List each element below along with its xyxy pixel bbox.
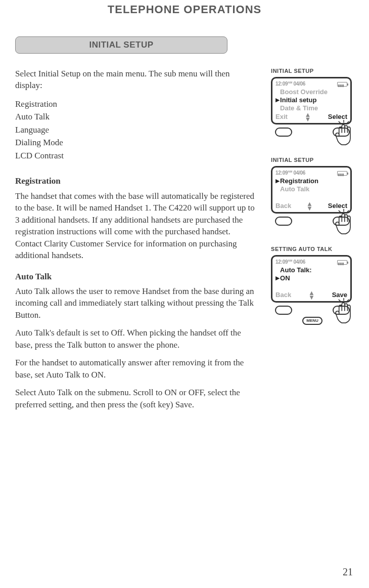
press-hand-icon	[334, 119, 354, 146]
screen-title: INITIAL SETUP	[271, 157, 354, 163]
page-number: 21	[343, 566, 353, 578]
screen-title: SETTING AUTO TALK	[271, 246, 354, 252]
section-tab: INITIAL SETUP	[15, 36, 227, 54]
autotalk-p4: Select Auto Talk on the submenu. Scroll …	[15, 387, 259, 410]
pointer-icon: ▶	[275, 97, 280, 103]
hardware-buttons	[271, 214, 354, 226]
autotalk-p3: For the handset to automatically answer …	[15, 357, 259, 381]
menu-button[interactable]: MENU	[302, 317, 322, 325]
autotalk-p2: Auto Talk's default is set to Off. When …	[15, 327, 259, 351]
lcd-menu-item: Auto Talk:	[275, 266, 347, 274]
lcd-menu-label: ON	[280, 274, 290, 282]
screen-diagrams: INITIAL SETUP12:09AM 04/06Boost Override…	[271, 68, 354, 416]
lcd-menu-item: Date & Time	[275, 104, 347, 112]
registration-heading: Registration	[15, 175, 259, 187]
submenu-list: Registration Auto Talk Language Dialing …	[15, 98, 259, 162]
lcd-screen-block: SETTING AUTO TALK12:09AM 04/06Auto Talk:…	[271, 246, 354, 325]
lcd-menu-lines: Auto Talk:▶ON	[275, 266, 347, 290]
lcd-menu-label: Date & Time	[280, 104, 318, 112]
lcd-time: 12:09AM 04/06	[275, 81, 305, 87]
pointer-icon: ▶	[275, 178, 280, 184]
registration-body: The handset that comes with the base wil…	[15, 190, 259, 262]
autotalk-heading: Auto Talk	[15, 271, 259, 282]
lcd-time: 12:09AM 04/06	[275, 170, 305, 176]
list-item: Auto Talk	[15, 110, 259, 123]
lcd-display: 12:09AM 04/06Auto Talk:▶ON Back▲▼Save	[271, 255, 352, 303]
left-soft-button[interactable]	[275, 217, 292, 226]
battery-icon	[337, 260, 347, 265]
lcd-menu-label: Initial setup	[280, 96, 316, 104]
lcd-menu-label	[280, 282, 282, 290]
left-soft-button[interactable]	[275, 128, 292, 137]
battery-icon	[337, 82, 347, 87]
hardware-buttons	[271, 303, 354, 315]
up-down-icon: ▲▼	[308, 290, 315, 300]
lcd-screen-block: INITIAL SETUP12:09AM 04/06▶RegistrationA…	[271, 157, 354, 226]
lcd-menu-label: Auto Talk:	[280, 266, 312, 274]
body-text: Select Initial Setup on the main menu. T…	[15, 68, 259, 416]
lcd-status-bar: 12:09AM 04/06	[275, 259, 347, 266]
hardware-buttons	[271, 124, 354, 137]
screen-title: INITIAL SETUP	[271, 68, 354, 74]
lcd-status-bar: 12:09AM 04/06	[275, 170, 347, 177]
left-softkey-label: Back	[275, 202, 291, 209]
lcd-menu-label	[280, 193, 282, 201]
left-soft-button[interactable]	[275, 306, 292, 315]
lcd-menu-lines: Boost Override▶Initial setupDate & Time	[275, 88, 347, 112]
left-softkey-label: Exit	[275, 113, 288, 120]
lcd-screen-block: INITIAL SETUP12:09AM 04/06Boost Override…	[271, 68, 354, 137]
page-title: TELEPHONE OPERATIONS	[15, 0, 354, 16]
lcd-menu-label: Auto Talk	[280, 185, 309, 193]
list-item: Registration	[15, 98, 259, 111]
lcd-menu-item: Boost Override	[275, 88, 347, 96]
left-softkey-label: Back	[275, 291, 291, 299]
intro-paragraph: Select Initial Setup on the main menu. T…	[15, 68, 259, 92]
lcd-menu-label: Boost Override	[280, 88, 328, 96]
pointer-icon: ▶	[275, 275, 280, 281]
list-item: Language	[15, 123, 259, 137]
lcd-menu-label: Registration	[280, 177, 318, 185]
lcd-menu-item: ▶Initial setup	[275, 96, 347, 104]
lcd-menu-item: ▶ON	[275, 274, 347, 282]
lcd-menu-lines: ▶RegistrationAuto Talk	[275, 177, 347, 201]
up-down-icon: ▲▼	[306, 201, 313, 211]
list-item: LCD Contrast	[15, 149, 259, 162]
autotalk-p1: Auto Talk allows the user to remove Hand…	[15, 285, 259, 321]
up-down-icon: ▲▼	[304, 112, 311, 121]
lcd-display: 12:09AM 04/06Boost Override▶Initial setu…	[271, 77, 352, 124]
lcd-menu-item: ▶Registration	[275, 177, 347, 185]
lcd-time: 12:09AM 04/06	[275, 259, 305, 265]
lcd-menu-item: Auto Talk	[275, 185, 347, 193]
lcd-status-bar: 12:09AM 04/06	[275, 80, 347, 88]
list-item: Dialing Mode	[15, 136, 259, 149]
lcd-display: 12:09AM 04/06▶RegistrationAuto Talk Back…	[271, 166, 352, 214]
press-hand-icon	[334, 298, 354, 324]
press-hand-icon	[334, 208, 354, 235]
battery-icon	[337, 171, 347, 176]
